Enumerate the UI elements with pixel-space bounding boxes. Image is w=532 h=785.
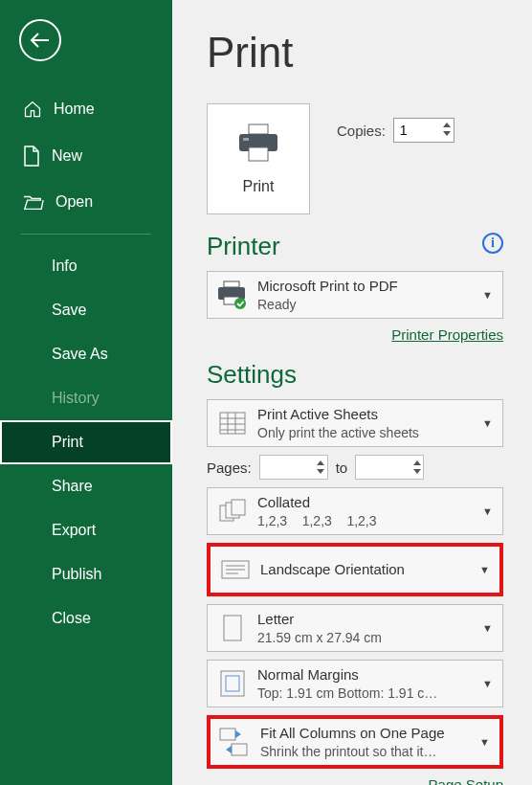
chevron-down-icon: ▼ — [478, 622, 497, 634]
setting-title: Letter — [257, 610, 478, 629]
copies-down-icon[interactable] — [442, 129, 453, 137]
home-icon — [23, 100, 42, 119]
sidebar-item-save[interactable]: Save — [0, 288, 172, 332]
svg-rect-0 — [249, 124, 268, 134]
info-icon: i — [491, 236, 495, 251]
papersize-dropdown[interactable]: Letter21.59 cm x 27.94 cm ▼ — [207, 604, 503, 652]
sidebar-item-info[interactable]: Info — [0, 244, 172, 288]
sidebar-item-label: Share — [52, 478, 93, 495]
chevron-down-icon: ▼ — [478, 289, 497, 301]
chevron-down-icon: ▼ — [478, 417, 497, 429]
svg-point-7 — [234, 298, 246, 309]
scaling-dropdown[interactable]: Fit All Columns on One PageShrink the pr… — [207, 715, 503, 769]
page-title: Print — [207, 29, 503, 77]
collation-dropdown[interactable]: Collated1,2,3 1,2,3 1,2,3 ▼ — [207, 487, 503, 535]
setting-title: Normal Margins — [257, 665, 478, 684]
spin-down-icon[interactable] — [411, 467, 422, 475]
sidebar-item-label: History — [52, 390, 100, 407]
setting-title: Print Active Sheets — [257, 405, 478, 424]
sidebar-item-label: Print — [52, 434, 83, 451]
sidebar-item-home[interactable]: Home — [0, 86, 172, 132]
svg-rect-4 — [224, 281, 239, 287]
sheets-icon — [216, 410, 249, 437]
svg-rect-15 — [226, 676, 239, 691]
pages-to-label: to — [336, 460, 348, 476]
setting-sub: 1,2,3 1,2,3 1,2,3 — [257, 512, 478, 529]
svg-rect-16 — [220, 729, 235, 740]
svg-rect-14 — [221, 671, 244, 696]
sidebar-item-label: Open — [55, 193, 93, 211]
sidebar-item-label: Save — [52, 302, 86, 319]
backstage-sidebar: Home New Open Info Save Save As History … — [0, 0, 172, 785]
orientation-dropdown[interactable]: Landscape Orientation ▼ — [207, 543, 503, 596]
sidebar-item-share[interactable]: Share — [0, 464, 172, 508]
sidebar-item-new[interactable]: New — [0, 132, 172, 180]
printer-icon — [235, 123, 281, 165]
printer-heading: Printer — [207, 232, 280, 261]
print-panel: Print Print Copies: — [172, 0, 532, 785]
spin-up-icon[interactable] — [411, 459, 422, 466]
pages-label: Pages: — [207, 460, 252, 476]
spin-down-icon[interactable] — [316, 467, 326, 475]
sidebar-item-open[interactable]: Open — [0, 180, 172, 224]
sidebar-item-saveas[interactable]: Save As — [0, 332, 172, 376]
collated-icon — [216, 498, 249, 525]
setting-title: Fit All Columns on One Page — [260, 724, 476, 743]
printer-dropdown[interactable]: Microsoft Print to PDF Ready ▼ — [207, 271, 503, 319]
margins-dropdown[interactable]: Normal MarginsTop: 1.91 cm Bottom: 1.91 … — [207, 660, 503, 707]
sidebar-item-label: Close — [52, 610, 91, 627]
sidebar-item-label: Info — [52, 258, 78, 275]
svg-rect-11 — [232, 500, 245, 515]
sidebar-item-label: Export — [52, 522, 96, 539]
sidebar-item-export[interactable]: Export — [0, 508, 172, 552]
back-arrow-icon — [30, 32, 51, 49]
sidebar-item-print[interactable]: Print — [0, 420, 172, 464]
svg-rect-2 — [249, 147, 268, 161]
printer-status: Ready — [257, 296, 478, 313]
printer-status-icon — [216, 280, 249, 309]
open-icon — [23, 193, 44, 211]
chevron-down-icon: ▼ — [478, 505, 497, 517]
svg-rect-17 — [232, 744, 247, 755]
copies-label: Copies: — [337, 123, 386, 139]
back-button[interactable] — [19, 19, 61, 61]
sidebar-item-label: Save As — [52, 346, 108, 363]
setting-sub: Shrink the printout so that it… — [260, 743, 476, 760]
setting-sub: Top: 1.91 cm Bottom: 1.91 c… — [257, 684, 478, 702]
page-setup-link[interactable]: Page Setup — [207, 776, 503, 785]
setting-sub: 21.59 cm x 27.94 cm — [257, 629, 478, 646]
sidebar-separator — [21, 234, 151, 235]
chevron-down-icon: ▼ — [478, 678, 497, 689]
settings-heading: Settings — [207, 360, 503, 390]
setting-title: Landscape Orientation — [260, 560, 476, 579]
fit-columns-icon — [218, 727, 253, 757]
printer-name: Microsoft Print to PDF — [257, 277, 478, 296]
margins-icon — [219, 669, 246, 698]
printer-info-button[interactable]: i — [482, 233, 503, 254]
sidebar-item-close[interactable]: Close — [0, 596, 172, 640]
setting-title: Collated — [257, 493, 478, 512]
copies-up-icon[interactable] — [442, 121, 453, 128]
svg-rect-8 — [220, 413, 245, 434]
chevron-down-icon: ▼ — [476, 564, 494, 575]
svg-rect-3 — [243, 138, 249, 141]
chevron-down-icon: ▼ — [476, 736, 494, 748]
landscape-icon — [219, 557, 252, 582]
page-icon — [221, 614, 244, 642]
sidebar-item-label: New — [52, 147, 82, 165]
sidebar-item-label: Publish — [52, 566, 101, 583]
setting-sub: Only print the active sheets — [257, 424, 478, 441]
sidebar-item-publish[interactable]: Publish — [0, 552, 172, 596]
sidebar-item-history: History — [0, 376, 172, 420]
print-button[interactable]: Print — [207, 103, 310, 214]
svg-rect-13 — [224, 616, 241, 640]
sidebar-item-label: Home — [54, 101, 95, 118]
print-what-dropdown[interactable]: Print Active SheetsOnly print the active… — [207, 399, 503, 447]
printer-properties-link[interactable]: Printer Properties — [207, 326, 503, 343]
spin-up-icon[interactable] — [316, 459, 326, 466]
print-button-label: Print — [243, 178, 275, 195]
new-icon — [23, 146, 40, 167]
